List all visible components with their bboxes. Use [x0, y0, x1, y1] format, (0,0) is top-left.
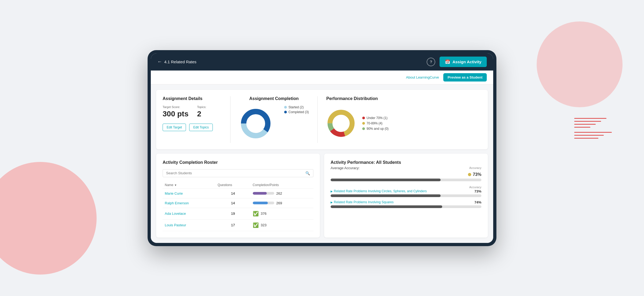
decorative-circle-left [0, 162, 97, 275]
student-name-marie-curie[interactable]: Marie Curie [165, 191, 183, 195]
assignment-details-section: Assignment Details Target Score: 300 pts… [163, 96, 222, 131]
performance-title: Performance Distribution [326, 96, 481, 101]
bottom-row: Activity Completion Roster 🔍 Nam [156, 154, 488, 238]
accuracy-label-right-1: Accuracy [331, 186, 481, 189]
topic-header-2: ▶ Related Rate Problems Involving Square… [331, 200, 481, 204]
red-line-7 [574, 138, 598, 139]
topic-link-2[interactable]: ▶ Related Rate Problems Involving Square… [331, 200, 394, 204]
completed-dot [284, 111, 287, 113]
target-score-value: 300 pts [163, 110, 189, 118]
student-name-ada-lovelace[interactable]: Ada Lovelace [165, 212, 186, 216]
topics-item: Topics: 2 [197, 105, 206, 118]
decorative-red-lines [574, 118, 612, 139]
legend-completed: Completed (3) [284, 110, 309, 114]
completed-check-ada: ✅ [253, 211, 259, 217]
search-bar: 🔍 [163, 169, 313, 177]
col-questions-header: Questions [215, 182, 251, 189]
legend-under70: Under 70% (1) [362, 116, 389, 120]
completion-title: Assignment Completion [249, 96, 299, 101]
table-row: Ralph Emerson 14 269 [163, 198, 313, 208]
col-completion-header: Completion/Points [251, 182, 313, 189]
top-nav-bar: ← 4.1 Related Rates ? 📅 Assign Activity [151, 53, 493, 71]
avg-bar-bg [331, 179, 481, 181]
edit-buttons: Edit Target Edit Topics [163, 124, 222, 131]
preview-as-student-button[interactable]: Preview as a Student [443, 73, 487, 82]
divider-2 [317, 96, 318, 143]
chevron-right-icon-1: ▶ [331, 190, 333, 193]
topic-row-2: ▶ Related Rate Problems Involving Square… [331, 200, 481, 208]
target-score-item: Target Score: 300 pts [163, 105, 189, 118]
performance-inner: Under 70% (1) 70-89% (4) 90% and up (0) [326, 109, 481, 138]
topic-accuracy-1: 73% [474, 189, 481, 193]
svg-point-3 [248, 116, 264, 132]
search-icon: 🔍 [305, 171, 310, 175]
target-score-label: Target Score: [163, 105, 189, 109]
topic-header-1: ▶ Related Rate Problems Involving Circle… [331, 189, 481, 193]
back-button[interactable]: ← 4.1 Related Rates [157, 59, 196, 65]
svg-point-8 [334, 116, 349, 131]
student-name-ralph-emerson[interactable]: Ralph Emerson [165, 201, 189, 205]
red-line-3 [574, 124, 596, 125]
topic-bar-fill-2 [331, 205, 442, 208]
sort-arrow-icon[interactable]: ▼ [174, 184, 177, 187]
accuracy-label: Accuracy [469, 166, 481, 169]
topics-label: Topics: [197, 105, 206, 109]
back-arrow-icon: ← [157, 59, 162, 65]
help-icon[interactable]: ? [427, 58, 435, 66]
table-row: Ada Lovelace 19 ✅ 376 [163, 208, 313, 219]
edit-topics-button[interactable]: Edit Topics [189, 124, 213, 131]
nav-title: 4.1 Related Rates [164, 60, 196, 64]
high-label: 90% and up (0) [367, 127, 389, 131]
assignment-completion-section: Assignment Completion [239, 96, 309, 143]
page-wrapper: ← 4.1 Related Rates ? 📅 Assign Activity … [0, 0, 644, 296]
assignment-details-card: Assignment Details Target Score: 300 pts… [156, 90, 488, 149]
topic-row-1: Accuracy ▶ Related Rate Problems Involvi… [331, 186, 481, 197]
table-row: Marie Curie 14 262 [163, 188, 313, 198]
completion-donut-chart [240, 108, 272, 140]
completion-louis-pasteur: ✅ 323 [251, 219, 313, 231]
completion-ada-lovelace: ✅ 376 [251, 208, 313, 219]
red-line-2 [574, 121, 601, 122]
assign-activity-button[interactable]: 📅 Assign Activity [440, 57, 487, 67]
chevron-right-icon-2: ▶ [331, 201, 333, 204]
red-line-6 [574, 135, 604, 136]
about-learning-curve-link[interactable]: About LearningCurve [406, 75, 439, 79]
device-frame: ← 4.1 Related Rates ? 📅 Assign Activity … [148, 50, 496, 246]
search-students-input[interactable] [166, 171, 303, 175]
red-line-4 [574, 127, 590, 128]
decorative-circle-right [537, 21, 623, 107]
completion-legend: Started (2) Completed (3) [284, 105, 309, 114]
questions-marie-curie: 14 [215, 188, 251, 198]
roster-title: Activity Completion Roster [163, 160, 313, 165]
legend-started: Started (2) [284, 105, 309, 109]
topic-bar-bg-2 [331, 205, 481, 208]
secondary-nav: About LearningCurve Preview as a Student [151, 71, 493, 84]
performance-distribution-section: Performance Distribution [326, 96, 481, 138]
student-name-louis-pasteur[interactable]: Louis Pasteur [165, 223, 186, 227]
legend-90plus: 90% and up (0) [362, 127, 389, 131]
topic-accuracy-2: 74% [474, 200, 481, 204]
completed-check-louis: ✅ [253, 222, 259, 228]
roster-card: Activity Completion Roster 🔍 Nam [156, 154, 320, 238]
accuracy-value-row: 73% [331, 172, 481, 177]
high-dot [362, 127, 365, 130]
mid-dot [362, 122, 365, 125]
table-row: Louis Pasteur 17 ✅ 323 [163, 219, 313, 231]
topic-bar-bg-1 [331, 194, 481, 197]
topic-bar-fill-1 [331, 194, 441, 197]
mid-label: 70-89% (4) [367, 121, 382, 125]
completion-ralph-emerson: 269 [251, 198, 313, 208]
legend-70-89: 70-89% (4) [362, 121, 389, 125]
questions-ralph-emerson: 14 [215, 198, 251, 208]
under70-dot [362, 117, 365, 119]
under70-label: Under 70% (1) [367, 116, 387, 120]
performance-donut-chart [326, 109, 356, 138]
red-line-5 [574, 132, 612, 133]
edit-target-button[interactable]: Edit Target [163, 124, 186, 131]
activity-performance-title: Activity Performance: All Students [331, 160, 481, 165]
col-name-header: Name ▼ [163, 182, 215, 189]
avg-accuracy-label: Average Accuracy: [331, 166, 360, 170]
avg-accuracy-row: Average Accuracy: Accuracy [331, 166, 481, 170]
assignment-details-title: Assignment Details [163, 96, 222, 101]
topic-link-1[interactable]: ▶ Related Rate Problems Involving Circle… [331, 189, 427, 193]
